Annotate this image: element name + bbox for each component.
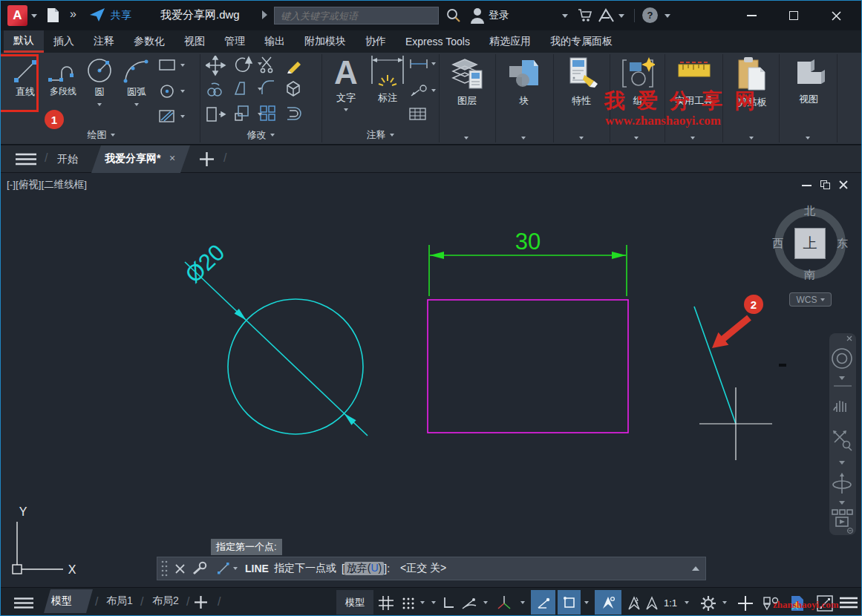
workspace-gear-icon[interactable] bbox=[700, 595, 716, 612]
grid-display-icon[interactable] bbox=[379, 596, 394, 610]
utilities-panel-caret-icon[interactable] bbox=[690, 137, 695, 140]
ribbon-tab-express[interactable]: Express Tools bbox=[396, 30, 480, 53]
polar-tracking-icon[interactable] bbox=[461, 595, 477, 610]
circle-tool-button[interactable]: 圆 bbox=[84, 56, 115, 106]
command-history-caret-icon[interactable] bbox=[233, 567, 238, 570]
snap-mode-icon[interactable] bbox=[402, 597, 415, 610]
minimize-button[interactable] bbox=[735, 1, 768, 30]
block-panel-caret-icon[interactable] bbox=[521, 137, 526, 140]
ribbon-tab-addins[interactable]: 附加模块 bbox=[295, 30, 356, 53]
cart-icon[interactable] bbox=[578, 9, 592, 22]
groups-panel-caret-icon[interactable] bbox=[634, 137, 639, 140]
wcs-dropdown[interactable]: WCS bbox=[789, 292, 832, 307]
maximize-button[interactable] bbox=[777, 1, 810, 30]
user-icon[interactable] bbox=[470, 7, 485, 24]
view-panel-button[interactable]: 视图 bbox=[789, 56, 828, 106]
model-tab[interactable]: 模型 bbox=[44, 589, 93, 613]
signin-caret-icon[interactable] bbox=[562, 14, 568, 18]
trim-flyout-caret-icon[interactable] bbox=[258, 62, 262, 65]
share-label[interactable]: 共享 bbox=[111, 9, 131, 22]
circle-flyout-caret-icon[interactable] bbox=[97, 103, 102, 106]
annotation-visibility-button[interactable] bbox=[595, 590, 621, 615]
hatch-flyout-caret-icon[interactable] bbox=[180, 115, 185, 118]
polyline-tool-button[interactable]: 多段线 bbox=[43, 56, 83, 98]
app-menu-caret-icon[interactable] bbox=[31, 14, 37, 18]
ribbon-tab-manage[interactable]: 管理 bbox=[215, 30, 255, 53]
isometric-drafting-icon[interactable] bbox=[497, 595, 512, 610]
viewcube-east-label[interactable]: 东 bbox=[837, 237, 848, 251]
command-tools-wrench-icon[interactable] bbox=[192, 561, 208, 576]
drawing-viewport[interactable]: [-][俯视][二维线框] Ø20 bbox=[1, 173, 862, 587]
qat-expand-icon[interactable]: » bbox=[70, 7, 76, 21]
line-in-progress[interactable] bbox=[694, 307, 736, 424]
table-icon[interactable] bbox=[409, 108, 427, 121]
ribbon-tab-collaborate[interactable]: 协作 bbox=[356, 30, 396, 53]
close-button[interactable] bbox=[820, 1, 852, 30]
customize-icon[interactable] bbox=[840, 597, 858, 609]
isodraft-caret-icon[interactable] bbox=[520, 601, 525, 604]
document-tab-label[interactable]: 我爱分享网* bbox=[105, 152, 160, 166]
layers-panel-button[interactable]: 图层 bbox=[443, 56, 491, 108]
infer-caret-icon[interactable] bbox=[431, 601, 436, 604]
leader-button[interactable] bbox=[409, 84, 436, 97]
layout2-tab[interactable]: 布局2 bbox=[145, 589, 186, 613]
layers-panel-caret-icon[interactable] bbox=[464, 137, 468, 140]
text-flyout-caret-icon[interactable] bbox=[344, 108, 348, 111]
login-label[interactable]: 登录 bbox=[489, 9, 509, 22]
help-caret-icon[interactable] bbox=[665, 14, 670, 18]
ribbon-tab-annotate[interactable]: 注释 bbox=[84, 30, 124, 53]
layout1-tab[interactable]: 布局1 bbox=[99, 589, 140, 613]
new-file-icon[interactable] bbox=[47, 7, 59, 23]
text-tool-button[interactable]: A 文字 bbox=[330, 54, 362, 111]
dimension-tool-button[interactable]: 标注 bbox=[368, 54, 407, 105]
rectangle-flyout-caret-icon[interactable] bbox=[180, 64, 185, 67]
search-icon[interactable] bbox=[446, 8, 461, 23]
modify-tools-grid[interactable] bbox=[206, 56, 317, 127]
snap-caret-icon[interactable] bbox=[420, 601, 425, 604]
polar-caret-icon[interactable] bbox=[483, 601, 488, 604]
command-grip-icon[interactable] bbox=[160, 560, 169, 577]
workspace-caret-icon[interactable] bbox=[722, 601, 727, 604]
autodesk-caret-icon[interactable] bbox=[618, 14, 624, 18]
scale-caret-icon[interactable] bbox=[685, 601, 689, 604]
ribbon-tab-insert[interactable]: 插入 bbox=[44, 30, 84, 53]
app-logo-icon[interactable]: A bbox=[7, 5, 27, 26]
start-tab[interactable]: 开始 bbox=[57, 153, 78, 166]
arc-tool-button[interactable]: 圆弧 bbox=[118, 56, 155, 106]
autoscale-icon[interactable] bbox=[626, 595, 642, 612]
navigation-bar-icons[interactable] bbox=[829, 333, 856, 535]
viewcube-south-label[interactable]: 南 bbox=[804, 268, 815, 282]
file-menu-icon[interactable] bbox=[16, 153, 36, 166]
view-panel-caret-icon[interactable] bbox=[806, 137, 810, 140]
fillet-flyout-caret-icon[interactable] bbox=[258, 88, 262, 91]
circle-entity[interactable] bbox=[185, 262, 368, 436]
viewcube-west-label[interactable]: 西 bbox=[772, 237, 783, 251]
ribbon-tab-featured[interactable]: 精选应用 bbox=[480, 30, 541, 53]
osnap-caret-icon[interactable] bbox=[584, 601, 589, 604]
ribbon-tab-custom[interactable]: 我的专属面板 bbox=[541, 30, 622, 53]
hatch-tool-button[interactable] bbox=[158, 109, 185, 124]
viewcube-top-face[interactable]: 上 bbox=[794, 228, 826, 259]
ribbon-tab-parametric[interactable]: 参数化 bbox=[124, 30, 174, 53]
help-icon[interactable]: ? bbox=[642, 7, 658, 23]
search-input[interactable] bbox=[274, 7, 439, 24]
ellipse-tool-button[interactable] bbox=[158, 84, 185, 99]
arc-flyout-caret-icon[interactable] bbox=[134, 103, 139, 106]
annotation-panel-label[interactable]: 注释 bbox=[347, 128, 414, 142]
command-expand-caret-icon[interactable] bbox=[692, 566, 699, 571]
object-snap-button[interactable] bbox=[558, 590, 581, 615]
scale-value[interactable]: 1:1 bbox=[664, 597, 677, 609]
layout-menu-icon[interactable] bbox=[14, 597, 33, 609]
command-close-icon[interactable] bbox=[175, 564, 185, 574]
command-option-undo[interactable]: 放弃(U) bbox=[345, 562, 384, 575]
rectangle-tool-button[interactable] bbox=[158, 59, 185, 72]
object-snap-tracking-button[interactable] bbox=[531, 590, 555, 615]
viewcube-north-label[interactable]: 北 bbox=[804, 204, 815, 218]
command-line-bar[interactable]: LINE 指定下一点或 [ 放弃(U) ]: <正交 关> bbox=[157, 557, 706, 580]
clipboard-panel-caret-icon[interactable] bbox=[749, 137, 754, 140]
ribbon-tab-home[interactable]: 默认 bbox=[4, 30, 44, 53]
share-icon[interactable] bbox=[90, 8, 106, 23]
properties-panel-button[interactable]: 特性 bbox=[559, 56, 604, 108]
properties-panel-caret-icon[interactable] bbox=[579, 137, 584, 140]
model-space-button[interactable]: 模型 bbox=[336, 590, 373, 615]
